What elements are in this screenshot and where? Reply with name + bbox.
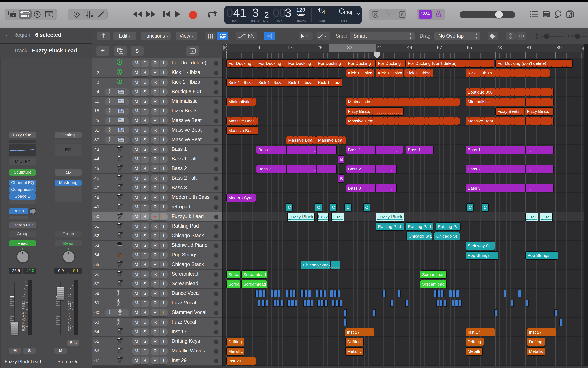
svg-text:S: S — [401, 12, 404, 17]
svg-text:?: ? — [36, 12, 39, 16]
